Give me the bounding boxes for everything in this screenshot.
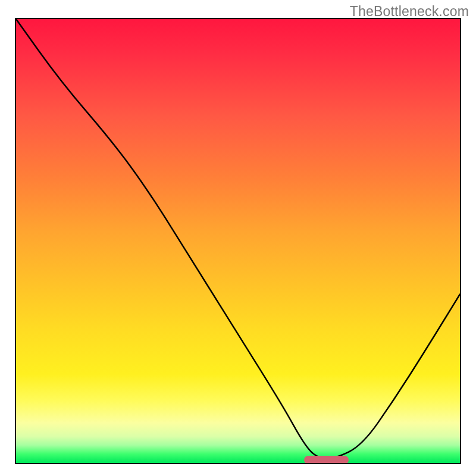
- optimal-range-bar: [304, 456, 349, 464]
- bottleneck-chart: [15, 18, 461, 464]
- watermark-label: TheBottleneck.com: [350, 4, 469, 20]
- bottleneck-curve: [16, 19, 460, 463]
